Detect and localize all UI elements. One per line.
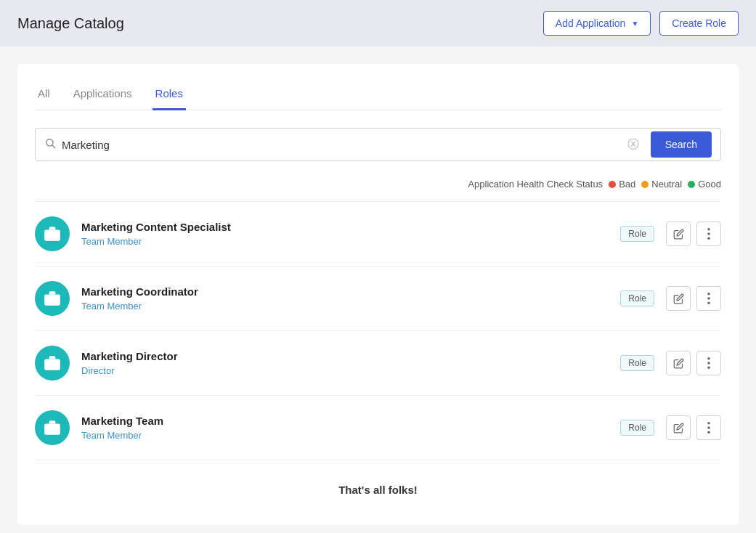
- create-role-button[interactable]: Create Role: [659, 11, 739, 36]
- more-options-button[interactable]: [696, 351, 721, 375]
- chevron-down-icon: ▼: [631, 20, 638, 28]
- svg-line-1: [52, 145, 55, 148]
- edit-icon: [673, 229, 684, 240]
- item-actions: [666, 351, 721, 375]
- catalog-list: Marketing Content Specialist Team Member…: [35, 201, 721, 460]
- more-options-button[interactable]: [696, 221, 721, 246]
- svg-point-4: [707, 232, 710, 235]
- briefcase-icon: [43, 354, 62, 373]
- edit-button[interactable]: [666, 351, 691, 375]
- tab-roles[interactable]: Roles: [153, 81, 186, 110]
- edit-button[interactable]: [666, 221, 691, 246]
- catalog-item: Marketing Coordinator Team Member Role: [35, 266, 721, 331]
- role-badge: Role: [620, 355, 654, 371]
- search-icon: [44, 137, 56, 152]
- search-input[interactable]: [62, 131, 627, 158]
- neutral-dot: [641, 181, 649, 188]
- item-name: Marketing Content Specialist: [81, 221, 609, 233]
- tabs-bar: All Applications Roles: [35, 81, 721, 110]
- clear-search-icon[interactable]: ⓧ: [627, 137, 639, 152]
- dots-icon: [707, 357, 710, 369]
- svg-point-5: [707, 237, 710, 240]
- role-badge: Role: [620, 226, 654, 242]
- edit-icon: [673, 423, 684, 434]
- bad-dot: [609, 181, 616, 188]
- legend-neutral: Neutral: [641, 179, 682, 190]
- page-header: Manage Catalog Add Application ▼ Create …: [0, 0, 756, 46]
- role-badge: Role: [620, 290, 654, 306]
- health-legend: Application Health Check Status Bad Neut…: [35, 179, 721, 190]
- svg-point-9: [707, 301, 710, 304]
- more-options-button[interactable]: [696, 415, 721, 440]
- catalog-item: Marketing Team Team Member Role: [35, 396, 721, 460]
- footer-message: That's all folks!: [35, 460, 721, 508]
- page-title: Manage Catalog: [17, 15, 124, 32]
- bad-label: Bad: [619, 179, 635, 190]
- item-sub: Team Member: [81, 236, 609, 247]
- search-button[interactable]: Search: [651, 131, 712, 158]
- add-application-button[interactable]: Add Application ▼: [543, 11, 651, 36]
- item-actions: [666, 415, 721, 440]
- edit-button[interactable]: [666, 286, 691, 311]
- item-avatar: [35, 281, 70, 316]
- briefcase-icon: [43, 224, 62, 243]
- svg-point-16: [707, 426, 710, 429]
- more-options-button[interactable]: [696, 286, 721, 311]
- catalog-item: Marketing Content Specialist Team Member…: [35, 202, 721, 266]
- edit-button[interactable]: [666, 415, 691, 440]
- item-sub: Team Member: [81, 301, 609, 312]
- good-label: Good: [698, 179, 721, 190]
- dots-icon: [707, 422, 710, 434]
- item-name: Marketing Coordinator: [81, 285, 609, 298]
- item-sub: Team Member: [81, 430, 609, 441]
- item-name: Marketing Director: [81, 350, 609, 362]
- item-actions: [666, 286, 721, 311]
- role-badge: Role: [620, 420, 654, 436]
- header-actions: Add Application ▼ Create Role: [543, 11, 739, 36]
- neutral-label: Neutral: [651, 179, 682, 190]
- item-info: Marketing Team Team Member: [81, 415, 609, 441]
- svg-point-13: [707, 366, 710, 369]
- legend-bad: Bad: [609, 179, 635, 190]
- svg-point-12: [707, 362, 710, 365]
- good-dot: [688, 181, 695, 188]
- edit-icon: [673, 358, 684, 369]
- item-avatar: [35, 346, 70, 381]
- svg-point-17: [707, 431, 710, 434]
- catalog-item: Marketing Director Director Role: [35, 331, 721, 396]
- svg-point-7: [707, 293, 710, 296]
- item-info: Marketing Content Specialist Team Member: [81, 221, 609, 247]
- briefcase-icon: [43, 418, 62, 437]
- create-role-label: Create Role: [672, 17, 726, 29]
- briefcase-icon: [43, 289, 62, 308]
- tab-applications[interactable]: Applications: [70, 81, 135, 110]
- legend-good: Good: [688, 179, 721, 190]
- svg-point-3: [707, 228, 710, 231]
- svg-point-8: [707, 297, 710, 300]
- tab-all[interactable]: All: [35, 81, 53, 110]
- health-legend-label: Application Health Check Status: [468, 179, 603, 190]
- item-avatar: [35, 216, 70, 251]
- dots-icon: [707, 228, 710, 240]
- item-actions: [666, 221, 721, 246]
- search-bar: ⓧ Search: [35, 128, 721, 161]
- dots-icon: [707, 293, 710, 304]
- item-avatar: [35, 410, 70, 445]
- svg-point-15: [707, 422, 710, 425]
- item-name: Marketing Team: [81, 415, 609, 427]
- main-content: All Applications Roles ⓧ Search Applicat…: [17, 64, 739, 525]
- add-application-label: Add Application: [556, 17, 626, 29]
- svg-point-11: [707, 357, 710, 360]
- edit-icon: [673, 293, 684, 304]
- item-info: Marketing Director Director: [81, 350, 609, 376]
- item-sub: Director: [81, 365, 609, 376]
- item-info: Marketing Coordinator Team Member: [81, 285, 609, 312]
